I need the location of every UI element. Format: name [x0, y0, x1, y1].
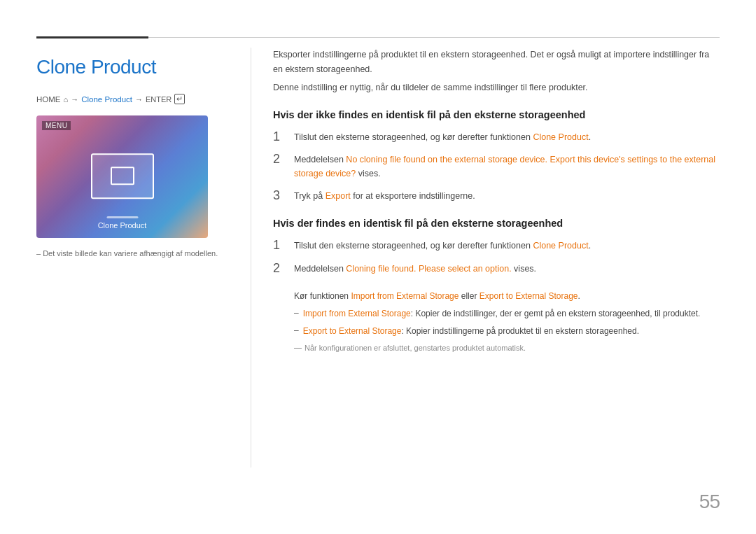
dash-1-text: : Kopier de indstillinger, der er gemt p… [411, 309, 701, 318]
section1-item-2: 2 Meddelelsen No cloning file found on t… [273, 153, 720, 181]
tv-clone-label: Clone Product [98, 221, 147, 230]
item-num-3: 3 [273, 188, 287, 204]
left-column: Clone Product HOME ⌂ → Clone Product → E… [36, 48, 246, 258]
section1-item-3: 3 Tryk på Export for at eksportere indst… [273, 189, 720, 204]
sub-note: Kør funktionen Import from External Stor… [294, 290, 720, 303]
section2-heading: Hvis der findes en identisk fil på den e… [273, 218, 720, 229]
menu-label: MENU [42, 121, 71, 130]
section2-list: 1 Tilslut den eksterne storageenhed, og … [273, 239, 720, 276]
s2-item-num-2: 2 [273, 261, 287, 276]
dash-2-label: Export to External Storage [303, 326, 402, 336]
intro-line-2: Denne indstilling er nyttig, når du tild… [273, 80, 720, 95]
section2-item-1: 1 Tilslut den eksterne storageenhed, og … [273, 239, 720, 253]
item-text-1: Tilslut den eksterne storageenhed, og kø… [294, 130, 720, 144]
breadcrumb: HOME ⌂ → Clone Product → ENTER ↵ [36, 94, 246, 104]
dash-2-text: : Kopier indstillingerne på produktet ti… [401, 326, 639, 336]
section1-heading: Hvis der ikke findes en identisk fil på … [273, 109, 720, 120]
item-1-link: Clone Product [533, 132, 588, 142]
right-column: Eksporter indstillingerne på produktet t… [273, 48, 720, 353]
dash-item-1: – Import from External Storage: Kopier d… [294, 307, 720, 321]
export-link: Export to External Storage [479, 291, 578, 301]
s2-item-2-after: vises. [512, 264, 536, 274]
tv-screen [91, 153, 154, 199]
item-text-2: Meddelelsen No cloning file found on the… [294, 153, 720, 181]
tv-stand [106, 216, 138, 218]
top-decorative-lines [36, 36, 720, 38]
footnote-mark: ― [294, 343, 302, 354]
s2-item-1-link: Clone Product [533, 241, 588, 251]
s2-item-2-link: Cloning file found. Please select an opt… [346, 264, 511, 274]
tv-image: MENU Clone Product [36, 115, 208, 238]
dash-1-label: Import from External Storage [303, 309, 411, 318]
item-text-3-before: Tryk på [294, 191, 326, 201]
item-1-after: . [589, 132, 591, 142]
top-line-accent [36, 36, 148, 38]
footnote: ― Når konfigurationen er afsluttet, gens… [294, 342, 720, 354]
page-number: 55 [699, 491, 720, 513]
dash-2: – [294, 325, 299, 335]
breadcrumb-link: Clone Product [81, 95, 132, 104]
home-icon: ⌂ [64, 95, 69, 104]
dash-text-1: Import from External Storage: Kopier de … [303, 307, 720, 321]
breadcrumb-arrow-2: → [135, 95, 143, 104]
item-text-2-before: Meddelelsen [294, 155, 346, 164]
section1-list: 1 Tilslut den eksterne storageenhed, og … [273, 130, 720, 204]
item-text-1-before: Tilslut den eksterne storageenhed, og kø… [294, 132, 533, 142]
dash-1: – [294, 308, 299, 318]
section1-item-1: 1 Tilslut den eksterne storageenhed, og … [273, 130, 720, 145]
item-num-2: 2 [273, 152, 287, 167]
breadcrumb-arrow-1: → [71, 95, 78, 104]
s2-item-num-1: 1 [273, 238, 287, 253]
dash-item-2: – Export to External Storage: Kopier ind… [294, 325, 720, 338]
item-3-link: Export [326, 191, 351, 201]
footnote-text: Når konfigurationen er afsluttet, gensta… [304, 342, 526, 354]
item-2-after: vises. [356, 169, 380, 178]
item-text-3: Tryk på Export for at eksportere indstil… [294, 189, 720, 203]
item-3-after: for at eksportere indstillingerne. [351, 191, 475, 201]
breadcrumb-enter: ENTER [146, 95, 172, 104]
item-num-1: 1 [273, 129, 287, 145]
page-title: Clone Product [36, 56, 246, 78]
breadcrumb-home: HOME [36, 95, 61, 104]
s2-item-1-after: . [589, 241, 591, 251]
section2-item-2: 2 Meddelelsen Cloning file found. Please… [273, 262, 720, 276]
enter-icon: ↵ [174, 94, 185, 104]
page: Clone Product HOME ⌂ → Clone Product → E… [0, 0, 756, 534]
dash-text-2: Export to External Storage: Kopier indst… [303, 325, 720, 338]
intro-line-1: Eksporter indstillingerne på produktet t… [273, 48, 720, 76]
s2-item-text-2: Meddelelsen Cloning file found. Please s… [294, 262, 720, 276]
top-line-separator [148, 37, 720, 38]
import-link: Import from External Storage [351, 291, 458, 301]
image-note: – Det viste billede kan variere afhængig… [36, 249, 246, 258]
s2-text-1-before: Tilslut den eksterne storageenhed, og kø… [294, 241, 533, 251]
s2-item-text-1: Tilslut den eksterne storageenhed, og kø… [294, 239, 720, 253]
column-divider [251, 48, 251, 468]
s2-text-2-before: Meddelelsen [294, 264, 346, 274]
